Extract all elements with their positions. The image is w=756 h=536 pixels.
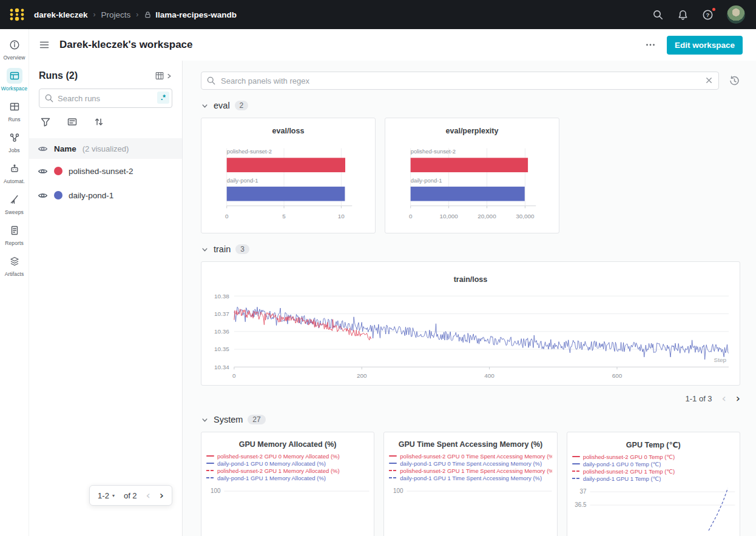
legend-mark xyxy=(206,477,214,478)
help-icon[interactable]: ? xyxy=(702,9,714,21)
gpu-memory-chart: 100 xyxy=(201,483,374,536)
notifications-bell-icon[interactable] xyxy=(677,9,689,21)
page-title: Darek-kleczek's workspace xyxy=(59,39,193,51)
panel-gpu-time[interactable]: GPU Time Spent Accessing Memory (%) poli… xyxy=(383,432,557,536)
breadcrumb-separator: › xyxy=(93,10,96,19)
run-name[interactable]: polished-sunset-2 xyxy=(69,167,133,176)
run-color-dot xyxy=(54,167,62,175)
workspace-panels: eval 2 eval/loss 0510polished-sunset-2da… xyxy=(183,61,756,536)
group-columns-icon[interactable] xyxy=(67,116,78,127)
sidebar-item-reports[interactable]: Reports xyxy=(0,219,29,250)
legend-entry: polished-sunset-2 GPU 0 Memory Allocated… xyxy=(206,452,369,460)
panel-train-loss[interactable]: train/loss 10.3810.3710.3610.3510.340200… xyxy=(201,261,740,386)
sidebar-item-automations[interactable]: Automat. xyxy=(0,158,29,189)
search-panels-input[interactable] xyxy=(201,72,719,90)
chart-title: GPU Memory Allocated (%) xyxy=(201,432,374,449)
chevron-down-icon xyxy=(201,246,209,253)
legend-mark xyxy=(389,477,397,478)
history-undo-icon[interactable] xyxy=(729,75,740,87)
svg-text:20,000: 20,000 xyxy=(478,213,496,219)
chart-title: GPU Time Spent Accessing Memory (%) xyxy=(384,432,556,449)
wandb-logo[interactable] xyxy=(0,0,34,29)
workspace-icon xyxy=(7,68,22,84)
prev-page-button[interactable]: ‹ xyxy=(146,490,150,501)
name-column-label: Name xyxy=(54,144,76,153)
eval-loss-bar-chart: 0510polished-sunset-2daily-pond-1 xyxy=(201,118,375,233)
legend-mark xyxy=(206,455,214,457)
chart-title: train/loss xyxy=(201,262,740,284)
gpu-temp-chart: 3736.5 xyxy=(567,483,740,536)
svg-text:0: 0 xyxy=(232,372,236,379)
legend-label: polished-sunset-2 GPU 1 Temp (℃) xyxy=(583,468,675,475)
panel-eval-perplexity[interactable]: eval/perplexity 010,00020,00030,000polis… xyxy=(385,118,559,233)
section-system-header[interactable]: System 27 xyxy=(201,415,266,424)
svg-text:0: 0 xyxy=(225,213,229,219)
runs-pagination: 1-2 ▾ of 2 ‹ › xyxy=(89,485,172,506)
next-page-button[interactable]: › xyxy=(160,490,164,501)
section-count-badge: 3 xyxy=(235,244,249,254)
sort-icon[interactable] xyxy=(93,116,104,127)
search-icon xyxy=(44,93,54,103)
toggle-all-visibility-eye-icon[interactable] xyxy=(38,144,48,154)
svg-text:37: 37 xyxy=(579,488,586,495)
clear-search-icon[interactable] xyxy=(704,76,714,85)
run-visibility-eye-icon[interactable] xyxy=(38,166,48,176)
search-runs-input[interactable] xyxy=(39,89,172,108)
section-train-header[interactable]: train 3 xyxy=(201,244,249,254)
expand-run-table-button[interactable] xyxy=(155,71,172,81)
svg-text:400: 400 xyxy=(484,372,494,379)
chevron-right-icon xyxy=(166,73,172,79)
breadcrumb-projects[interactable]: Projects xyxy=(101,10,131,19)
top-navbar: darek-kleczek › Projects › llama-recipes… xyxy=(0,0,756,29)
legend-label: daily-pond-1 GPU 1 Temp (℃) xyxy=(583,475,661,482)
breadcrumb-user[interactable]: darek-kleczek xyxy=(34,10,88,19)
panel-eval-loss[interactable]: eval/loss 0510polished-sunset-2daily-pon… xyxy=(201,118,376,233)
legend-mark xyxy=(572,478,580,479)
run-color-dot xyxy=(54,191,62,199)
overflow-menu-icon[interactable] xyxy=(645,39,656,50)
svg-text:10.34: 10.34 xyxy=(214,364,229,370)
legend-entry: polished-sunset-2 GPU 0 Time Spent Acces… xyxy=(389,452,552,460)
svg-text:36.5: 36.5 xyxy=(575,501,587,508)
svg-text:10.36: 10.36 xyxy=(214,328,229,335)
panel-gpu-temp[interactable]: GPU Temp (℃) polished-sunset-2 GPU 0 Tem… xyxy=(567,432,740,536)
edit-workspace-button[interactable]: Edit workspace xyxy=(667,36,743,55)
legend-label: daily-pond-1 GPU 0 Memory Allocated (%) xyxy=(217,460,326,467)
panel-gpu-memory[interactable]: GPU Memory Allocated (%) polished-sunset… xyxy=(201,432,374,536)
chart-legend: polished-sunset-2 GPU 0 Memory Allocated… xyxy=(206,452,369,481)
regex-toggle-button[interactable]: .* xyxy=(157,92,169,104)
section-eval-header[interactable]: eval 2 xyxy=(201,101,248,110)
user-avatar[interactable] xyxy=(727,5,745,24)
sidebar-item-artifacts[interactable]: Artifacts xyxy=(0,250,29,281)
sidebar-item-sweeps[interactable]: Sweeps xyxy=(0,189,29,219)
sidebar-item-jobs[interactable]: Jobs xyxy=(0,127,29,158)
run-row[interactable]: polished-sunset-2 xyxy=(29,159,182,183)
sidebar-item-overview[interactable]: Overview xyxy=(0,34,29,65)
hamburger-menu-icon[interactable] xyxy=(39,39,50,50)
page-size-dropdown[interactable]: 1-2 ▾ xyxy=(98,491,115,500)
legend-entry: daily-pond-1 GPU 1 Time Spent Accessing … xyxy=(389,474,552,481)
left-sidebar: Overview Workspace Runs xyxy=(0,29,29,536)
svg-text:10.38: 10.38 xyxy=(214,293,229,300)
train-section-pagination: 1-1 of 3 ‹ › xyxy=(201,393,740,404)
runs-table-icon xyxy=(7,99,22,115)
jobs-icon xyxy=(7,130,22,146)
breadcrumb-project[interactable]: llama-recipes-wandb xyxy=(155,10,237,19)
sidebar-item-workspace[interactable]: Workspace xyxy=(0,65,29,96)
svg-text:10: 10 xyxy=(338,213,345,219)
svg-text:daily-pond-1: daily-pond-1 xyxy=(411,177,442,184)
prev-panel-page-button[interactable]: ‹ xyxy=(722,393,726,404)
sidebar-item-runs[interactable]: Runs xyxy=(0,96,29,127)
run-row[interactable]: daily-pond-1 xyxy=(29,183,182,207)
gpu-time-chart: 100 xyxy=(384,483,556,536)
notification-dot xyxy=(711,7,717,12)
legend-entry: polished-sunset-2 GPU 0 Temp (℃) xyxy=(572,453,735,460)
next-panel-page-button[interactable]: › xyxy=(736,393,740,404)
svg-text:?: ? xyxy=(706,12,710,18)
workspace-header: Darek-kleczek's workspace Edit workspace xyxy=(29,29,756,61)
run-name[interactable]: daily-pond-1 xyxy=(69,191,113,200)
run-visibility-eye-icon[interactable] xyxy=(38,190,48,201)
search-icon[interactable] xyxy=(652,9,664,21)
section-label: eval xyxy=(214,101,230,110)
filter-icon[interactable] xyxy=(40,116,51,127)
